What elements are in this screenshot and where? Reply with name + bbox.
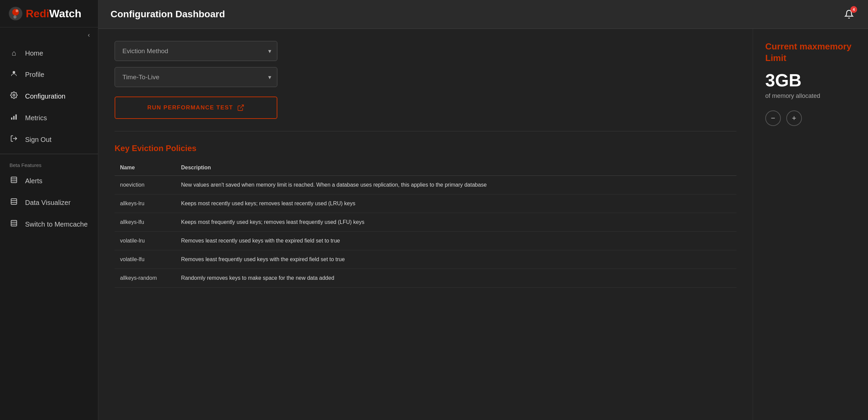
sidebar-item-metrics[interactable]: Metrics bbox=[0, 107, 98, 129]
perf-test-label: RUN PERFORMANCE TEST bbox=[147, 104, 233, 111]
policy-name: noeviction bbox=[115, 176, 176, 194]
eviction-method-select[interactable]: Eviction Method noeviction allkeys-lru a… bbox=[115, 41, 277, 61]
svg-point-6 bbox=[13, 94, 15, 96]
table-row: volatile-lfuRemoves least frequently use… bbox=[115, 250, 736, 269]
policy-description: New values aren't saved when memory limi… bbox=[176, 176, 736, 194]
svg-rect-17 bbox=[11, 220, 17, 226]
policy-description: Keeps most frequently used keys; removes… bbox=[176, 213, 736, 232]
table-header: Name Description bbox=[115, 160, 736, 176]
sidebar-item-profile[interactable]: Profile bbox=[0, 64, 98, 85]
memory-limit-title: Current maxmemory Limit bbox=[765, 41, 856, 64]
home-icon: ⌂ bbox=[9, 49, 18, 58]
policy-name: allkeys-lfu bbox=[115, 213, 176, 232]
logo-area: RediWatch bbox=[0, 0, 98, 27]
svg-rect-9 bbox=[16, 114, 17, 120]
policy-name: volatile-lfu bbox=[115, 250, 176, 269]
section-title: Key Eviction Policies bbox=[115, 144, 736, 153]
notification-button[interactable]: 4 bbox=[842, 7, 856, 21]
header: Configuration Dashboard 4 bbox=[98, 0, 868, 29]
sidebar-item-label: Data Visualizer bbox=[25, 199, 71, 207]
nav-divider bbox=[0, 154, 98, 154]
policy-name: allkeys-random bbox=[115, 269, 176, 288]
sidebar-item-label: Home bbox=[25, 49, 43, 57]
sidebar-item-switch-memcache[interactable]: Switch to Memcache bbox=[0, 213, 98, 235]
sidebar-item-label: Configuration bbox=[25, 92, 65, 100]
sidebar: RediWatch ‹ ⌂ Home Profile Configuration… bbox=[0, 0, 98, 420]
svg-line-20 bbox=[240, 105, 244, 108]
col-header-name: Name bbox=[115, 160, 176, 176]
sidebar-item-label: Alerts bbox=[25, 177, 42, 185]
svg-point-5 bbox=[13, 71, 15, 74]
external-link-icon bbox=[237, 104, 244, 111]
policies-table-body: noevictionNew values aren't saved when m… bbox=[115, 176, 736, 288]
policy-name: allkeys-lru bbox=[115, 194, 176, 213]
configuration-icon bbox=[9, 91, 18, 101]
page-title: Configuration Dashboard bbox=[111, 9, 225, 20]
table-row: allkeys-lfuKeeps most frequently used ke… bbox=[115, 213, 736, 232]
policy-description: Randomly removes keys to make space for … bbox=[176, 269, 736, 288]
policy-description: Removes least frequently used keys with … bbox=[176, 250, 736, 269]
sidebar-item-signout[interactable]: Sign Out bbox=[0, 129, 98, 150]
sidebar-collapse-button[interactable]: ‹ bbox=[0, 27, 98, 43]
run-performance-test-button[interactable]: RUN PERFORMANCE TEST bbox=[115, 97, 277, 119]
col-header-description: Description bbox=[176, 160, 736, 176]
switch-memcache-icon bbox=[9, 219, 18, 229]
increase-icon: + bbox=[792, 114, 796, 123]
memory-controls: − + bbox=[765, 110, 856, 126]
sidebar-item-label: Metrics bbox=[25, 114, 47, 122]
sidebar-nav: ⌂ Home Profile Configuration Metrics S bbox=[0, 43, 98, 420]
memory-panel: Current maxmemory Limit 3GB of memory al… bbox=[753, 29, 868, 420]
section-divider bbox=[115, 131, 736, 131]
config-panel: Eviction Method noeviction allkeys-lru a… bbox=[98, 29, 753, 420]
sidebar-item-label: Switch to Memcache bbox=[25, 220, 88, 228]
notification-badge: 4 bbox=[850, 6, 857, 13]
table-row: allkeys-randomRandomly removes keys to m… bbox=[115, 269, 736, 288]
memory-limit-subtitle: of memory allocated bbox=[765, 92, 856, 100]
sidebar-item-home[interactable]: ⌂ Home bbox=[0, 43, 98, 64]
eviction-method-container: Eviction Method noeviction allkeys-lru a… bbox=[115, 41, 736, 61]
table-row: volatile-lruRemoves least recently used … bbox=[115, 232, 736, 250]
sidebar-item-configuration[interactable]: Configuration bbox=[0, 85, 98, 107]
sidebar-item-label: Profile bbox=[25, 71, 44, 79]
ttl-container: Time-To-Live 1 minute 5 minutes 1 hour 1… bbox=[115, 67, 736, 87]
sidebar-item-label: Sign Out bbox=[25, 136, 52, 144]
table-row: allkeys-lruKeeps most recently used keys… bbox=[115, 194, 736, 213]
eviction-method-wrapper: Eviction Method noeviction allkeys-lru a… bbox=[115, 41, 277, 61]
sidebar-item-alerts[interactable]: Alerts bbox=[0, 170, 98, 192]
logo-text: RediWatch bbox=[26, 7, 81, 20]
ttl-wrapper: Time-To-Live 1 minute 5 minutes 1 hour 1… bbox=[115, 67, 277, 87]
svg-rect-14 bbox=[11, 199, 17, 205]
metrics-icon bbox=[9, 113, 18, 123]
memory-limit-value: 3GB bbox=[765, 70, 856, 90]
table-row: noevictionNew values aren't saved when m… bbox=[115, 176, 736, 194]
svg-rect-8 bbox=[13, 116, 15, 120]
decrease-icon: − bbox=[771, 114, 775, 123]
policies-table: Name Description noevictionNew values ar… bbox=[115, 160, 736, 288]
content-area: Eviction Method noeviction allkeys-lru a… bbox=[98, 29, 868, 420]
policy-description: Removes least recently used keys with th… bbox=[176, 232, 736, 250]
signout-icon bbox=[9, 135, 18, 144]
ttl-select[interactable]: Time-To-Live 1 minute 5 minutes 1 hour 1… bbox=[115, 67, 277, 87]
profile-icon bbox=[9, 70, 18, 79]
policy-name: volatile-lru bbox=[115, 232, 176, 250]
svg-rect-11 bbox=[11, 177, 17, 183]
svg-point-1 bbox=[12, 9, 19, 16]
main-content: Configuration Dashboard 4 Eviction Metho… bbox=[98, 0, 868, 420]
logo-icon bbox=[8, 6, 23, 21]
beta-features-label: Beta Features bbox=[0, 158, 98, 170]
svg-rect-7 bbox=[11, 118, 13, 120]
alerts-icon bbox=[9, 176, 18, 186]
policy-description: Keeps most recently used keys; removes l… bbox=[176, 194, 736, 213]
data-visualizer-icon bbox=[9, 198, 18, 207]
sidebar-item-data-visualizer[interactable]: Data Visualizer bbox=[0, 192, 98, 213]
decrease-memory-button[interactable]: − bbox=[765, 110, 781, 126]
svg-point-2 bbox=[16, 9, 18, 12]
increase-memory-button[interactable]: + bbox=[786, 110, 802, 126]
